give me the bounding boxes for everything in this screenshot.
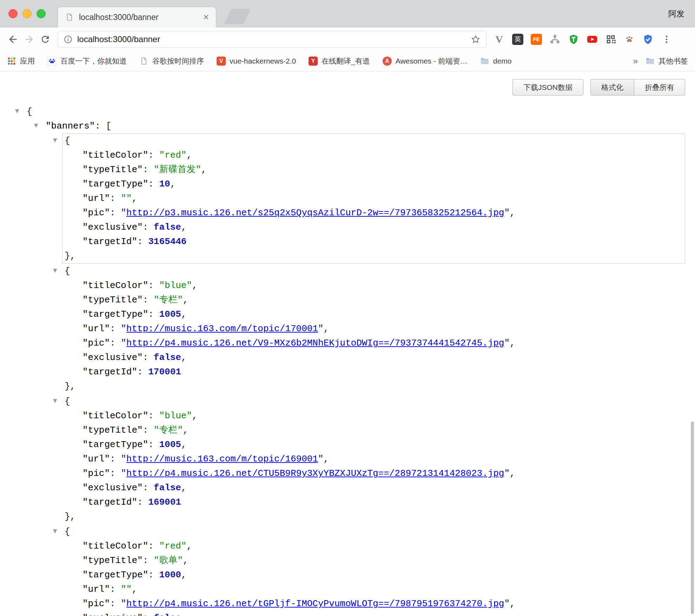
json-key: "url" [82, 584, 110, 595]
bookmark-star-icon[interactable] [471, 34, 481, 44]
close-window-button[interactable] [8, 9, 18, 18]
json-punct: : [95, 121, 106, 131]
back-button[interactable] [5, 31, 21, 47]
bookmark-baidu[interactable]: 百度一下，你就知道 [47, 56, 127, 66]
json-property-line: "titleColor": "blue", [62, 409, 685, 423]
collapse-triangle-icon[interactable]: ▼ [53, 524, 65, 538]
collapse-triangle-icon[interactable]: ▼ [53, 263, 65, 278]
vimium-icon[interactable]: V [493, 33, 505, 46]
json-property-line: "targetId": 170001 [62, 365, 685, 379]
json-punct: , [510, 338, 515, 348]
url-text[interactable]: localhost:3000/banner [77, 34, 471, 44]
json-key: "pic" [82, 208, 110, 218]
json-string: "" [121, 193, 132, 204]
download-json-button[interactable]: 下载JSON数据 [512, 79, 583, 96]
json-property-line: "titleColor": "blue", [62, 278, 685, 293]
tab-close-icon[interactable]: × [203, 12, 209, 22]
youtube-icon[interactable] [586, 33, 598, 46]
collapse-triangle-icon[interactable]: ▼ [53, 394, 65, 408]
json-key: "exclusive" [82, 483, 143, 493]
json-url-link[interactable]: http://music.163.com/m/topic/169001 [126, 454, 318, 464]
json-punct: , [510, 468, 515, 479]
translate-en-icon[interactable]: 英 [511, 33, 524, 46]
json-string: "red" [159, 150, 186, 160]
json-punct: , [192, 280, 198, 291]
shield-check-icon[interactable] [642, 33, 654, 46]
json-url-link[interactable]: http://p4.music.126.net/V9-MXz6b2MNhEKju… [126, 338, 504, 348]
bookmarks-overflow-chevron[interactable]: » [633, 56, 638, 66]
folder-icon [646, 57, 655, 66]
json-punct: : [137, 367, 148, 377]
apps-shortcut[interactable]: 应用 [7, 56, 35, 66]
paw-icon[interactable] [623, 33, 636, 46]
json-key: "titleColor" [82, 150, 148, 160]
json-punct: { [27, 106, 32, 117]
json-banner-object: ▼{"titleColor": "blue","typeTitle": "专栏"… [62, 264, 685, 394]
forward-button[interactable] [21, 31, 37, 47]
minimize-window-button[interactable] [22, 9, 32, 18]
json-punct: , [183, 295, 188, 305]
json-object-open: ▼{ [62, 134, 685, 148]
json-url-link[interactable]: http://p3.music.126.net/s25q2x5QyqsAzilC… [126, 208, 504, 218]
json-key: "targetType" [82, 439, 148, 450]
info-icon[interactable] [64, 35, 73, 44]
collapse-triangle-icon[interactable]: ▼ [34, 118, 46, 133]
json-object-close: }, [62, 379, 685, 394]
json-punct: : [143, 295, 154, 305]
json-quote: " [121, 454, 126, 464]
vue-icon: V [217, 57, 226, 66]
collapse-triangle-icon[interactable]: ▼ [15, 104, 27, 118]
json-property-line: "pic": "http://p4.music.126.net/tGPljf-I… [62, 597, 685, 611]
shield-t-icon[interactable] [567, 33, 580, 46]
json-string: "blue" [159, 280, 192, 291]
json-punct: : [110, 468, 121, 479]
json-key: "targetType" [82, 179, 148, 189]
json-banner-object: ▼{"titleColor": "red","typeTitle": "新碟首发… [62, 133, 685, 264]
collapse-triangle-icon[interactable]: ▼ [53, 133, 65, 148]
json-key: "exclusive" [82, 352, 143, 363]
json-key: "exclusive" [82, 222, 143, 232]
format-button[interactable]: 格式化 [590, 79, 634, 96]
json-key: "targetId" [82, 497, 137, 507]
json-quote: " [504, 468, 510, 479]
json-punct: : [143, 555, 154, 566]
json-punct: : [137, 236, 148, 247]
folder-icon [480, 57, 489, 66]
bookmark-google-sort[interactable]: 谷歌按时间排序 [139, 56, 204, 66]
collapse-all-button[interactable]: 折叠所有 [634, 79, 685, 96]
page-icon [65, 13, 74, 22]
json-punct: : [110, 584, 121, 595]
json-url-link[interactable]: http://music.163.com/m/topic/170001 [126, 323, 318, 334]
other-bookmarks-folder[interactable]: 其他书签 [646, 56, 688, 66]
new-tab-button[interactable] [224, 9, 251, 24]
tab-title: localhost:3000/banner [79, 13, 200, 22]
json-root-open: ▼{ [0, 105, 695, 119]
json-key: "targetType" [82, 570, 148, 580]
fullscreen-window-button[interactable] [37, 9, 46, 18]
qr-code-icon[interactable] [604, 33, 617, 46]
browser-tab[interactable]: localhost:3000/banner × [58, 7, 216, 27]
vertical-scrollbar[interactable] [691, 421, 694, 614]
json-boolean: false [154, 352, 181, 363]
browser-menu-kebab-icon[interactable] [660, 33, 673, 46]
json-property-line: "typeTitle": "专栏", [62, 293, 685, 307]
bookmark-vue-hackernews[interactable]: V vue-hackernews-2.0 [217, 57, 296, 66]
json-object-open: ▼{ [62, 525, 685, 539]
fe-icon[interactable]: FE [530, 33, 543, 46]
json-key: "titleColor" [82, 541, 148, 551]
json-boolean: false [154, 613, 181, 616]
reload-button[interactable] [37, 31, 53, 47]
json-number: 3165446 [148, 236, 186, 247]
json-quote: " [318, 323, 324, 334]
url-bar[interactable]: localhost:3000/banner [58, 31, 486, 48]
bookmark-demo-folder[interactable]: demo [480, 57, 512, 66]
json-property-line: "pic": "http://p3.music.126.net/s25q2x5Q… [62, 206, 685, 220]
json-url-link[interactable]: http://p4.music.126.net/tGPljf-IMOCyPvum… [126, 598, 504, 609]
json-punct: }, [65, 511, 75, 522]
sitemap-icon[interactable] [549, 33, 561, 46]
json-url-link[interactable]: http://p4.music.126.net/CTU5B9R9y3XyYBZX… [126, 468, 504, 479]
json-punct: , [510, 598, 515, 609]
bookmark-awesomes[interactable]: A Awesomes - 前端资… [383, 56, 468, 66]
json-property-line: "targetType": 1005, [62, 438, 685, 452]
bookmark-youdao[interactable]: Y 在线翻译_有道 [309, 56, 370, 66]
